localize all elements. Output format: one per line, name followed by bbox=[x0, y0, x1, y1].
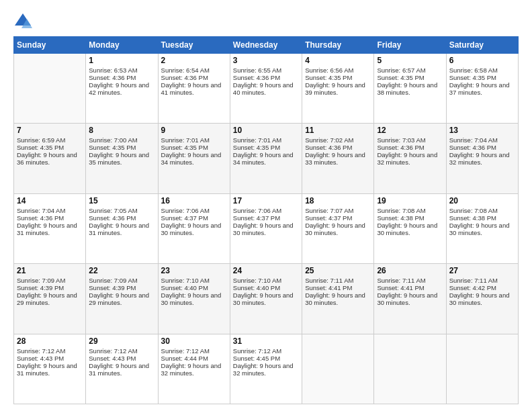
sunrise-text: Sunrise: 7:03 AM bbox=[377, 136, 425, 144]
day-number: 30 bbox=[161, 336, 227, 346]
sunrise-text: Sunrise: 7:09 AM bbox=[17, 277, 65, 284]
sunset-text: Sunset: 4:44 PM bbox=[161, 355, 208, 362]
day-header-thursday: Thursday bbox=[302, 37, 374, 54]
sunrise-text: Sunrise: 7:12 AM bbox=[89, 347, 137, 355]
sunset-text: Sunset: 4:41 PM bbox=[305, 284, 352, 291]
day-number: 5 bbox=[377, 56, 443, 65]
day-number: 13 bbox=[449, 126, 515, 135]
sunset-text: Sunset: 4:43 PM bbox=[17, 355, 64, 362]
sunset-text: Sunset: 4:35 PM bbox=[377, 74, 424, 81]
day-number: 17 bbox=[233, 196, 299, 205]
sunrise-text: Sunrise: 6:53 AM bbox=[89, 66, 137, 74]
sunset-text: Sunset: 4:36 PM bbox=[161, 74, 208, 81]
calendar-cell: 16Sunrise: 7:06 AMSunset: 4:37 PMDayligh… bbox=[158, 193, 230, 263]
sunset-text: Sunset: 4:37 PM bbox=[161, 214, 208, 222]
calendar-cell: 24Sunrise: 7:10 AMSunset: 4:40 PMDayligh… bbox=[230, 264, 302, 334]
sunrise-text: Sunrise: 7:08 AM bbox=[449, 207, 498, 214]
sunset-text: Sunset: 4:36 PM bbox=[305, 144, 352, 151]
calendar-cell: 20Sunrise: 7:08 AMSunset: 4:38 PMDayligh… bbox=[446, 193, 518, 263]
calendar-cell: 13Sunrise: 7:04 AMSunset: 4:36 PMDayligh… bbox=[446, 124, 518, 193]
sunset-text: Sunset: 4:41 PM bbox=[377, 284, 424, 291]
day-header-sunday: Sunday bbox=[14, 37, 86, 54]
daylight-text: Daylight: 9 hours and 37 minutes. bbox=[449, 81, 510, 96]
sunset-text: Sunset: 4:40 PM bbox=[233, 284, 280, 291]
sunrise-text: Sunrise: 7:11 AM bbox=[449, 277, 498, 284]
sunset-text: Sunset: 4:36 PM bbox=[449, 144, 496, 151]
day-number: 16 bbox=[161, 196, 227, 205]
calendar-cell: 27Sunrise: 7:11 AMSunset: 4:42 PMDayligh… bbox=[446, 264, 518, 334]
sunrise-text: Sunrise: 7:06 AM bbox=[161, 207, 210, 214]
daylight-text: Daylight: 9 hours and 34 minutes. bbox=[161, 151, 222, 166]
daylight-text: Daylight: 9 hours and 35 minutes. bbox=[89, 151, 149, 166]
daylight-text: Daylight: 9 hours and 32 minutes. bbox=[161, 362, 222, 377]
sunrise-text: Sunrise: 7:12 AM bbox=[233, 347, 281, 355]
daylight-text: Daylight: 9 hours and 36 minutes. bbox=[17, 151, 77, 166]
sunrise-text: Sunrise: 6:59 AM bbox=[17, 136, 65, 144]
daylight-text: Daylight: 9 hours and 40 minutes. bbox=[233, 81, 294, 96]
day-number: 11 bbox=[305, 126, 371, 135]
day-number: 22 bbox=[89, 266, 154, 275]
header bbox=[13, 12, 519, 31]
day-number: 3 bbox=[233, 56, 299, 65]
sunrise-text: Sunrise: 7:11 AM bbox=[377, 277, 425, 284]
day-number: 31 bbox=[233, 336, 299, 346]
calendar-cell: 12Sunrise: 7:03 AMSunset: 4:36 PMDayligh… bbox=[374, 124, 446, 193]
sunset-text: Sunset: 4:36 PM bbox=[89, 74, 136, 81]
daylight-text: Daylight: 9 hours and 29 minutes. bbox=[89, 291, 149, 306]
sunrise-text: Sunrise: 7:01 AM bbox=[161, 136, 210, 144]
daylight-text: Daylight: 9 hours and 30 minutes. bbox=[449, 291, 510, 306]
calendar-cell: 28Sunrise: 7:12 AMSunset: 4:43 PMDayligh… bbox=[14, 334, 86, 404]
sunrise-text: Sunrise: 7:10 AM bbox=[161, 277, 210, 284]
daylight-text: Daylight: 9 hours and 30 minutes. bbox=[233, 291, 294, 306]
daylight-text: Daylight: 9 hours and 31 minutes. bbox=[89, 222, 149, 236]
sunset-text: Sunset: 4:40 PM bbox=[161, 284, 208, 291]
sunset-text: Sunset: 4:35 PM bbox=[305, 74, 352, 81]
daylight-text: Daylight: 9 hours and 42 minutes. bbox=[89, 81, 149, 96]
day-header-tuesday: Tuesday bbox=[158, 37, 230, 54]
day-header-friday: Friday bbox=[374, 37, 446, 54]
sunrise-text: Sunrise: 7:11 AM bbox=[305, 277, 353, 284]
sunset-text: Sunset: 4:38 PM bbox=[377, 214, 424, 222]
sunrise-text: Sunrise: 6:55 AM bbox=[233, 66, 281, 74]
daylight-text: Daylight: 9 hours and 38 minutes. bbox=[377, 81, 437, 96]
calendar-cell: 19Sunrise: 7:08 AMSunset: 4:38 PMDayligh… bbox=[374, 193, 446, 263]
calendar-cell: 23Sunrise: 7:10 AMSunset: 4:40 PMDayligh… bbox=[158, 264, 230, 334]
day-number: 28 bbox=[17, 336, 83, 346]
sunset-text: Sunset: 4:37 PM bbox=[305, 214, 352, 222]
daylight-text: Daylight: 9 hours and 29 minutes. bbox=[17, 291, 77, 306]
calendar-cell bbox=[374, 334, 446, 404]
daylight-text: Daylight: 9 hours and 30 minutes. bbox=[161, 291, 222, 306]
sunset-text: Sunset: 4:36 PM bbox=[89, 214, 136, 222]
daylight-text: Daylight: 9 hours and 31 minutes. bbox=[17, 362, 77, 377]
day-number: 2 bbox=[161, 56, 227, 65]
calendar-cell: 2Sunrise: 6:54 AMSunset: 4:36 PMDaylight… bbox=[158, 54, 230, 124]
calendar-cell: 25Sunrise: 7:11 AMSunset: 4:41 PMDayligh… bbox=[302, 264, 374, 334]
calendar-week-row: 21Sunrise: 7:09 AMSunset: 4:39 PMDayligh… bbox=[14, 264, 519, 334]
sunrise-text: Sunrise: 7:00 AM bbox=[89, 136, 137, 144]
sunset-text: Sunset: 4:39 PM bbox=[17, 284, 64, 291]
day-number: 20 bbox=[449, 196, 515, 205]
calendar-cell: 14Sunrise: 7:04 AMSunset: 4:36 PMDayligh… bbox=[14, 193, 86, 263]
day-number: 23 bbox=[161, 266, 227, 275]
calendar-cell: 3Sunrise: 6:55 AMSunset: 4:36 PMDaylight… bbox=[230, 54, 302, 124]
calendar-table: SundayMondayTuesdayWednesdayThursdayFrid… bbox=[13, 36, 519, 404]
daylight-text: Daylight: 9 hours and 31 minutes. bbox=[89, 362, 149, 377]
daylight-text: Daylight: 9 hours and 32 minutes. bbox=[449, 151, 510, 166]
sunrise-text: Sunrise: 7:01 AM bbox=[233, 136, 281, 144]
day-number: 12 bbox=[377, 126, 443, 135]
sunset-text: Sunset: 4:38 PM bbox=[449, 214, 496, 222]
day-number: 8 bbox=[89, 126, 154, 135]
sunrise-text: Sunrise: 7:06 AM bbox=[233, 207, 281, 214]
sunrise-text: Sunrise: 7:09 AM bbox=[89, 277, 137, 284]
daylight-text: Daylight: 9 hours and 30 minutes. bbox=[233, 222, 294, 236]
calendar-cell bbox=[302, 334, 374, 404]
sunrise-text: Sunrise: 7:04 AM bbox=[449, 136, 498, 144]
calendar-cell: 8Sunrise: 7:00 AMSunset: 4:35 PMDaylight… bbox=[86, 124, 158, 193]
sunset-text: Sunset: 4:39 PM bbox=[89, 284, 136, 291]
sunset-text: Sunset: 4:35 PM bbox=[17, 144, 64, 151]
calendar-cell bbox=[14, 54, 86, 124]
logo-icon bbox=[13, 12, 32, 31]
sunrise-text: Sunrise: 7:12 AM bbox=[17, 347, 65, 355]
daylight-text: Daylight: 9 hours and 32 minutes. bbox=[233, 362, 294, 377]
calendar-week-row: 28Sunrise: 7:12 AMSunset: 4:43 PMDayligh… bbox=[14, 334, 519, 404]
